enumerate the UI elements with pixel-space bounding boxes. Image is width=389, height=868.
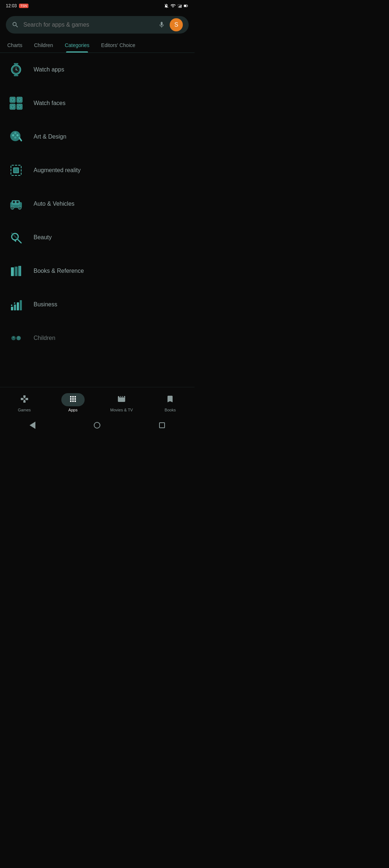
bottom-nav-movies-label: Movies & TV: [110, 408, 133, 412]
svg-rect-41: [15, 267, 18, 276]
category-business[interactable]: Business: [0, 288, 194, 321]
svg-rect-30: [13, 201, 15, 203]
books-reference-icon: [7, 262, 25, 280]
microphone-icon[interactable]: [158, 21, 165, 28]
art-design-icon: [7, 128, 25, 146]
home-circle: [94, 422, 100, 429]
tab-children[interactable]: Children: [28, 38, 59, 53]
signal-icon: [177, 3, 182, 8]
battery-icon: [184, 3, 189, 8]
children-label: Children: [34, 335, 55, 341]
app-badge: TSN: [19, 4, 28, 8]
tab-charts[interactable]: Charts: [1, 38, 28, 53]
svg-rect-2: [178, 6, 179, 8]
svg-rect-0: [181, 5, 181, 8]
nav-tabs: Charts Children Categories Editors' Choi…: [0, 38, 194, 53]
svg-rect-6: [14, 75, 18, 76]
augmented-reality-label: Augmented reality: [34, 167, 81, 174]
auto-vehicles-icon: [7, 195, 25, 213]
search-input[interactable]: [23, 22, 154, 28]
tab-editors-choice[interactable]: Editors' Choice: [95, 38, 141, 53]
category-watch-faces[interactable]: Watch faces: [0, 86, 194, 120]
bottom-nav-apps-bg: [61, 393, 85, 406]
category-augmented-reality[interactable]: Augmented reality: [0, 154, 194, 187]
status-icons: [164, 3, 189, 8]
back-button[interactable]: [28, 421, 37, 430]
svg-rect-40: [11, 267, 14, 276]
watch-apps-label: Watch apps: [34, 66, 64, 73]
wifi-icon: [170, 3, 176, 8]
watch-faces-label: Watch faces: [34, 100, 65, 106]
svg-point-50: [14, 302, 15, 304]
film-icon: [117, 395, 126, 403]
svg-rect-47: [17, 302, 19, 310]
beauty-icon: [7, 229, 25, 246]
search-icon: [12, 21, 19, 28]
bottom-nav-apps[interactable]: Apps: [49, 390, 97, 415]
bottom-nav: Games Apps Movies & TV: [0, 387, 194, 416]
books-reference-label: Books & Reference: [34, 268, 84, 274]
business-label: Business: [34, 301, 57, 308]
svg-point-35: [19, 208, 20, 209]
bottom-nav-movies[interactable]: Movies & TV: [97, 390, 146, 415]
user-avatar[interactable]: S: [170, 18, 183, 31]
svg-rect-48: [20, 300, 22, 310]
svg-rect-13: [17, 97, 22, 102]
svg-rect-4: [184, 5, 186, 7]
svg-rect-46: [14, 305, 16, 310]
svg-rect-5: [14, 63, 18, 65]
search-bar-container: S: [0, 13, 194, 36]
svg-point-21: [12, 134, 14, 136]
book-icon: [166, 395, 174, 403]
gamepad-icon: [20, 395, 29, 403]
recents-button[interactable]: [158, 421, 166, 430]
augmented-reality-icon: [7, 162, 25, 179]
tab-categories[interactable]: Categories: [59, 38, 95, 53]
category-watch-apps[interactable]: Watch apps: [0, 53, 194, 86]
svg-point-22: [14, 132, 16, 134]
svg-rect-12: [10, 97, 15, 102]
category-list: Watch apps Watch faces: [0, 53, 194, 387]
svg-point-49: [11, 305, 12, 306]
svg-point-23: [16, 134, 19, 136]
bottom-nav-books-label: Books: [165, 408, 176, 412]
search-bar[interactable]: S: [6, 16, 189, 34]
bottom-nav-apps-label: Apps: [68, 408, 77, 412]
svg-rect-27: [14, 168, 19, 173]
bottom-nav-books-bg: [160, 393, 180, 406]
svg-point-24: [14, 136, 16, 139]
watch-faces-icon: [7, 94, 25, 112]
watch-apps-icon: [7, 61, 25, 78]
apps-grid-icon: [69, 395, 77, 403]
children-icon: [7, 329, 25, 347]
auto-vehicles-label: Auto & Vehicles: [34, 201, 74, 207]
back-triangle: [30, 422, 35, 429]
svg-rect-15: [17, 104, 22, 109]
art-design-label: Art & Design: [34, 133, 66, 140]
status-time: 12:03: [6, 3, 17, 8]
svg-point-54: [18, 337, 19, 338]
category-books-reference[interactable]: Books & Reference: [0, 254, 194, 288]
category-children[interactable]: Children: [0, 321, 194, 355]
bottom-nav-games[interactable]: Games: [0, 390, 49, 415]
category-beauty[interactable]: Beauty: [0, 221, 194, 254]
notifications-off-icon: [164, 3, 169, 8]
category-art-design[interactable]: Art & Design: [0, 120, 194, 154]
bottom-nav-games-label: Games: [18, 408, 31, 412]
svg-rect-31: [16, 201, 19, 203]
svg-rect-14: [10, 104, 15, 109]
bottom-nav-movies-bg: [111, 393, 132, 406]
svg-rect-45: [11, 307, 13, 310]
svg-point-11: [16, 69, 17, 70]
bottom-nav-games-bg: [14, 393, 35, 406]
category-auto-vehicles[interactable]: Auto & Vehicles: [0, 187, 194, 221]
svg-rect-1: [179, 5, 180, 8]
system-nav: [0, 416, 194, 434]
status-bar: 12:03 TSN: [0, 0, 194, 12]
bottom-nav-books[interactable]: Books: [146, 390, 194, 415]
svg-rect-42: [18, 266, 21, 276]
business-icon: [7, 296, 25, 313]
home-button[interactable]: [93, 421, 101, 430]
svg-point-34: [12, 208, 13, 209]
recents-square: [159, 422, 165, 428]
